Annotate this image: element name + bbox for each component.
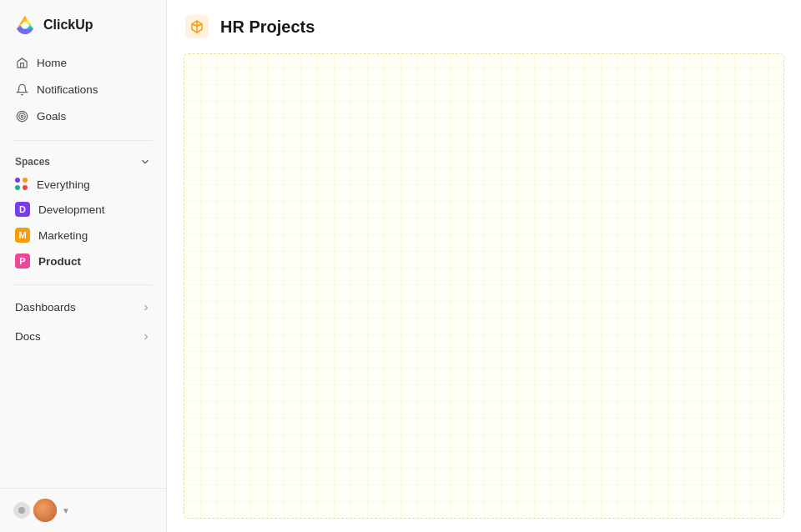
dashboards-section: Dashboards [0, 292, 166, 324]
sidebar-item-docs[interactable]: Docs [7, 324, 159, 349]
docs-label: Docs [15, 330, 41, 343]
everything-label: Everything [37, 178, 90, 191]
chevron-right-icon [141, 303, 151, 313]
page-title: HR Projects [220, 18, 315, 37]
docs-section: Docs [0, 324, 166, 354]
sidebar-item-notifications[interactable]: Notifications [7, 77, 159, 102]
goals-label: Goals [37, 110, 66, 123]
content-area [184, 53, 784, 519]
sidebar-item-home[interactable]: Home [7, 50, 159, 75]
cube-icon [185, 15, 209, 38]
chevron-down-icon [139, 156, 151, 168]
bell-icon [15, 83, 28, 96]
sidebar-footer: ▼ [0, 488, 166, 532]
svg-point-1 [18, 113, 25, 119]
development-label: Development [38, 203, 105, 216]
sidebar-item-product[interactable]: P Product [7, 248, 159, 274]
product-avatar: P [15, 253, 30, 269]
user-avatar-container[interactable]: ▼ [13, 499, 70, 522]
chevron-right-icon-docs [141, 332, 151, 342]
logo-text: ClickUp [43, 18, 93, 33]
home-label: Home [37, 57, 67, 69]
nav-divider [13, 140, 153, 141]
notifications-label: Notifications [37, 83, 98, 96]
page-icon [184, 13, 210, 40]
product-label: Product [38, 255, 81, 268]
status-indicator [13, 502, 30, 519]
sidebar-item-goals[interactable]: Goals [7, 103, 159, 128]
avatar [33, 499, 57, 522]
everything-icon [15, 178, 28, 191]
spaces-label: Spaces [15, 156, 50, 168]
marketing-avatar: M [15, 228, 30, 243]
home-icon [15, 56, 28, 69]
spaces-header[interactable]: Spaces [7, 151, 159, 173]
sidebar-item-dashboards[interactable]: Dashboards [7, 295, 159, 319]
target-icon [15, 109, 28, 123]
clickup-logo-icon [13, 13, 37, 37]
dashboards-label: Dashboards [15, 301, 76, 314]
sidebar-item-marketing[interactable]: M Marketing [7, 223, 159, 248]
page-header: HR Projects [184, 13, 784, 40]
sidebar: ClickUp Home Notifications [0, 0, 167, 532]
sidebar-item-everything[interactable]: Everything [7, 173, 159, 196]
development-avatar: D [15, 202, 30, 217]
app-logo[interactable]: ClickUp [0, 0, 166, 47]
footer-chevron: ▼ [62, 506, 70, 515]
sidebar-item-development[interactable]: D Development [7, 197, 159, 222]
main-content: HR Projects [167, 0, 801, 532]
marketing-label: Marketing [38, 229, 88, 242]
spaces-section: Spaces Everything D Development M Market… [0, 148, 166, 278]
main-nav: Home Notifications Goals [0, 47, 166, 133]
spaces-divider [13, 284, 153, 285]
svg-point-2 [21, 115, 23, 118]
